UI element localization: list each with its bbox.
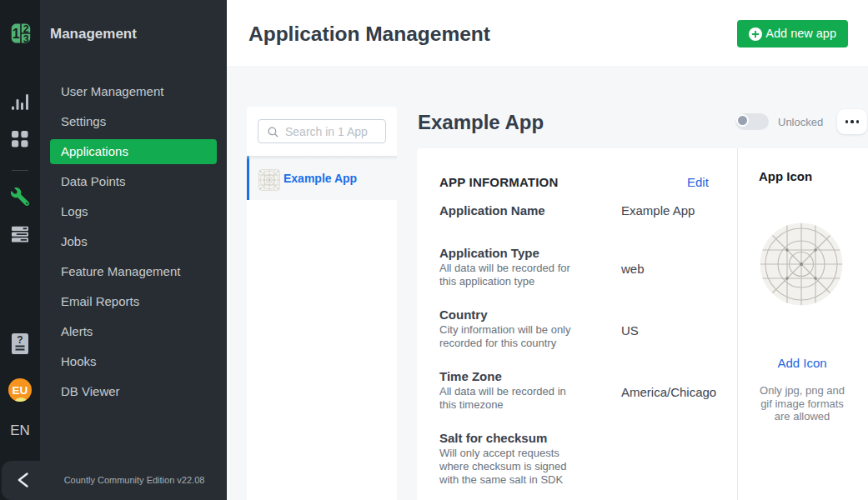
svg-text:1: 1 <box>13 27 20 41</box>
svg-text:?: ? <box>17 334 23 346</box>
svg-text:EU: EU <box>13 384 28 397</box>
svg-text:3: 3 <box>23 33 29 43</box>
